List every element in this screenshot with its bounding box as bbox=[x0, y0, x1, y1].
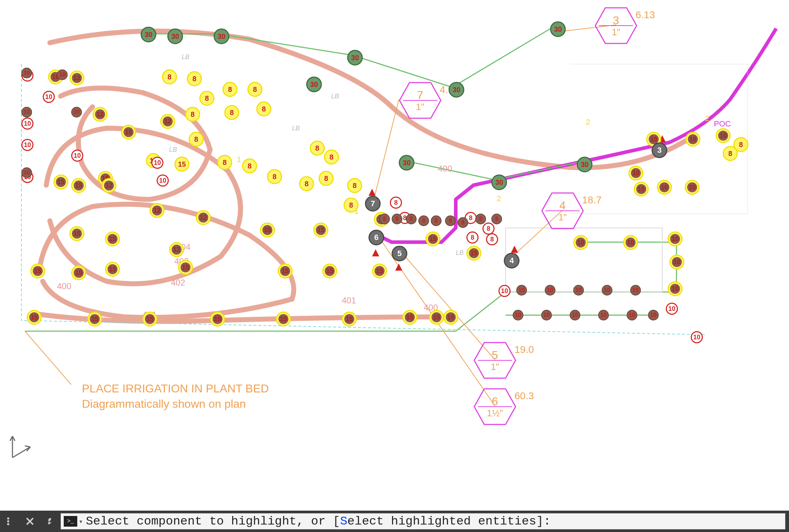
spray-head[interactable]: 12 bbox=[101, 178, 116, 193]
shrub-head[interactable]: 8 bbox=[418, 215, 429, 226]
spray-head-plain[interactable]: 8 bbox=[185, 107, 200, 122]
shrub-head[interactable]: 10 bbox=[602, 285, 612, 296]
bubbler-head[interactable]: 10 bbox=[666, 303, 678, 315]
spray-head[interactable]: 10 bbox=[657, 180, 672, 195]
spray-head[interactable]: 12 bbox=[196, 210, 211, 225]
spray-head[interactable]: 15 bbox=[71, 178, 86, 193]
recent-commands-button[interactable] bbox=[2, 513, 19, 530]
spray-head[interactable]: 15 bbox=[260, 223, 275, 238]
rotor-head[interactable]: 30 bbox=[141, 27, 156, 42]
spray-head-plain[interactable]: 8 bbox=[256, 101, 271, 116]
bubbler-head[interactable]: 10 bbox=[21, 139, 33, 151]
spray-head-plain[interactable]: 8 bbox=[224, 105, 239, 120]
shrub-head[interactable]: 10 bbox=[516, 285, 527, 296]
spray-head-plain[interactable]: 8 bbox=[247, 82, 262, 97]
spray-head[interactable]: 15 bbox=[30, 264, 45, 278]
spray-head[interactable]: 15 bbox=[443, 310, 458, 325]
shrub-head[interactable]: 10 bbox=[598, 310, 609, 320]
spray-head[interactable]: 15 bbox=[466, 246, 481, 261]
spray-head[interactable]: 10 bbox=[668, 281, 683, 296]
spray-head[interactable]: 15 bbox=[69, 226, 84, 241]
spray-head[interactable]: 15 bbox=[27, 310, 42, 325]
rotor-head[interactable]: 30 bbox=[550, 21, 566, 37]
shrub-head[interactable]: 10 bbox=[630, 285, 641, 296]
spray-head[interactable]: 12 bbox=[169, 242, 184, 257]
spray-head-plain[interactable]: 8 bbox=[319, 171, 334, 186]
spray-head[interactable]: 15 bbox=[372, 264, 387, 278]
spray-head-plain[interactable]: 8 bbox=[162, 69, 177, 84]
bubbler-head[interactable]: 10 bbox=[21, 118, 33, 130]
spray-head[interactable]: 10 bbox=[634, 182, 649, 197]
bubbler-head[interactable]: 10 bbox=[151, 157, 163, 169]
spray-head-plain[interactable]: 8 bbox=[347, 178, 362, 193]
shrub-head[interactable]: 10 bbox=[21, 167, 32, 178]
bubbler-head[interactable]: 10 bbox=[43, 91, 55, 103]
spray-head[interactable]: 12 bbox=[93, 107, 108, 122]
spray-head[interactable]: 15 bbox=[278, 264, 293, 278]
shrub-head[interactable]: 10 bbox=[513, 310, 523, 320]
spray-head[interactable]: 15 bbox=[342, 312, 357, 327]
shrub-head[interactable]: 10 bbox=[21, 68, 32, 78]
shrub-head[interactable]: 8 bbox=[491, 214, 502, 224]
spray-head[interactable]: 15 bbox=[105, 231, 120, 246]
spray-head[interactable]: 10 bbox=[623, 235, 638, 250]
shrub-head[interactable]: 10 bbox=[21, 107, 32, 118]
command-input[interactable]: >_ ▾ Select component to highlight, or [… bbox=[61, 513, 785, 530]
shrub-head[interactable]: 8 bbox=[475, 214, 486, 224]
spray-head-plain[interactable]: 8 bbox=[242, 158, 257, 173]
spray-head[interactable]: 15 bbox=[402, 310, 417, 325]
shrub-head[interactable]: 8 bbox=[392, 214, 402, 224]
shrub-head[interactable]: 8 bbox=[431, 215, 441, 226]
spray-head-plain[interactable]: 8 bbox=[267, 169, 282, 184]
shrub-head[interactable]: 10 bbox=[57, 69, 68, 80]
spray-head-plain[interactable]: 8 bbox=[217, 155, 232, 170]
spray-head[interactable]: 10 bbox=[669, 255, 684, 270]
rotor-head[interactable]: 30 bbox=[306, 77, 322, 92]
dropdown-icon[interactable]: ▾ bbox=[79, 517, 83, 526]
spray-head[interactable]: 15 bbox=[71, 265, 86, 280]
shrub-head[interactable]: 8 bbox=[406, 214, 417, 224]
shrub-head[interactable]: 10 bbox=[573, 285, 584, 296]
shrub-head[interactable]: 10 bbox=[627, 310, 637, 320]
spray-head[interactable]: 10 bbox=[573, 235, 588, 250]
spray-head[interactable]: 12 bbox=[150, 203, 164, 218]
spray-head[interactable]: 12 bbox=[69, 71, 84, 85]
valve-symbol[interactable]: 6 bbox=[369, 230, 384, 245]
rotor-head[interactable]: 30 bbox=[399, 155, 414, 171]
spray-head-plain[interactable]: 8 bbox=[310, 141, 325, 156]
spray-head-plain[interactable]: 8 bbox=[189, 132, 204, 147]
spray-head[interactable]: 15 bbox=[87, 312, 102, 327]
spray-head[interactable]: 15 bbox=[322, 264, 337, 278]
shrub-head[interactable]: 8 bbox=[445, 215, 456, 226]
shrub-head[interactable]: 8 bbox=[458, 217, 468, 228]
bubbler-head[interactable]: 8 bbox=[482, 223, 495, 235]
rotor-head[interactable]: 30 bbox=[347, 50, 363, 66]
spray-head[interactable]: 15 bbox=[425, 231, 440, 246]
spray-head-plain[interactable]: 8 bbox=[187, 71, 202, 86]
rotor-head[interactable]: 30 bbox=[449, 82, 464, 98]
spray-head-plain[interactable]: 8 bbox=[344, 198, 359, 213]
bubbler-head[interactable]: 10 bbox=[498, 285, 511, 297]
bubbler-head[interactable]: 10 bbox=[71, 150, 83, 162]
shrub-head[interactable]: 8 bbox=[379, 214, 390, 224]
spray-head-plain[interactable]: 15 bbox=[174, 157, 189, 172]
customize-button[interactable] bbox=[41, 513, 58, 530]
shrub-head[interactable]: 10 bbox=[541, 310, 552, 320]
spray-head[interactable]: 10 bbox=[668, 231, 683, 246]
spray-head[interactable]: 15 bbox=[142, 312, 157, 327]
bubbler-head[interactable]: 8 bbox=[466, 231, 479, 244]
spray-head-plain[interactable]: 8 bbox=[199, 91, 214, 106]
rotor-head[interactable]: 30 bbox=[491, 174, 507, 190]
spray-head[interactable]: 15 bbox=[178, 260, 193, 275]
shrub-head[interactable]: 10 bbox=[71, 107, 82, 118]
shrub-head[interactable]: 10 bbox=[570, 310, 580, 320]
bubbler-head[interactable]: 8 bbox=[390, 197, 402, 209]
valve-symbol[interactable]: 4 bbox=[504, 253, 519, 268]
spray-head[interactable]: 10 bbox=[685, 132, 700, 147]
spray-head-plain[interactable]: 8 bbox=[299, 176, 314, 191]
spray-head[interactable]: 10 bbox=[628, 166, 643, 181]
spray-head[interactable]: 15 bbox=[210, 312, 225, 327]
rotor-head[interactable]: 30 bbox=[167, 28, 183, 44]
rotor-head[interactable]: 30 bbox=[577, 157, 592, 172]
spray-head[interactable]: 15 bbox=[121, 125, 136, 140]
